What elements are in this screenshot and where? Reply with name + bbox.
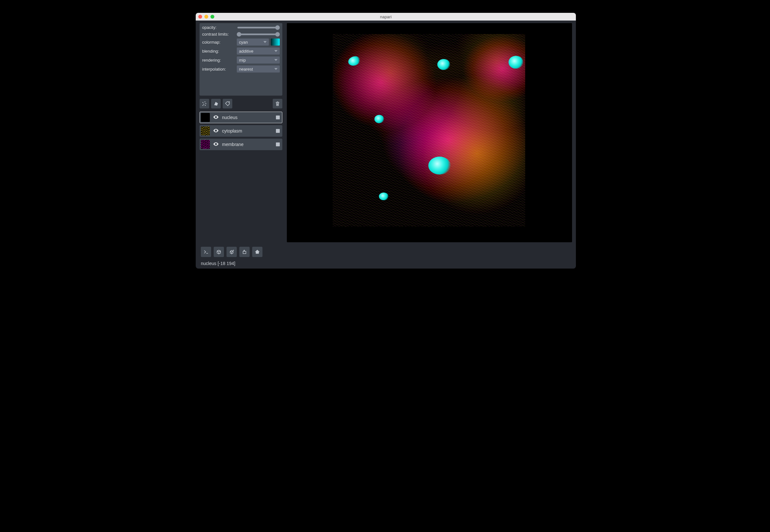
rendering-label: rendering: bbox=[202, 58, 237, 63]
opacity-slider[interactable] bbox=[237, 25, 280, 30]
delete-layer-button[interactable] bbox=[273, 99, 282, 108]
home-icon bbox=[254, 249, 260, 255]
new-shapes-button[interactable] bbox=[211, 99, 221, 108]
transpose-dims-button[interactable] bbox=[239, 247, 250, 257]
svg-point-0 bbox=[202, 102, 203, 103]
titlebar: napari bbox=[196, 13, 576, 21]
new-points-button[interactable] bbox=[200, 99, 209, 108]
svg-point-4 bbox=[202, 105, 203, 106]
chevron-down-icon bbox=[274, 50, 278, 52]
layer-item-nucleus[interactable]: nucleus bbox=[200, 112, 282, 123]
layer-item-cytoplasm[interactable]: cytoplasm bbox=[200, 125, 282, 137]
colormap-select[interactable]: cyan bbox=[237, 39, 269, 46]
polygon-icon bbox=[213, 101, 219, 107]
layer-name: cytoplasm bbox=[222, 128, 242, 133]
opacity-label: opacity: bbox=[202, 25, 237, 30]
visibility-toggle[interactable] bbox=[213, 115, 219, 120]
chevron-down-icon bbox=[274, 59, 278, 61]
svg-point-3 bbox=[205, 103, 206, 104]
transpose-icon bbox=[242, 249, 247, 255]
contrast-limits-slider[interactable] bbox=[237, 32, 280, 37]
interpolation-select[interactable]: nearest bbox=[237, 65, 280, 73]
layer-name: membrane bbox=[222, 142, 244, 147]
blending-label: blending: bbox=[202, 49, 237, 54]
interpolation-value: nearest bbox=[239, 67, 253, 72]
colormap-label: colormap: bbox=[202, 40, 237, 45]
layer-thumbnail bbox=[201, 113, 210, 122]
colormap-value: cyan bbox=[239, 40, 248, 45]
svg-point-1 bbox=[204, 101, 205, 102]
rendering-value: mip bbox=[239, 58, 246, 63]
svg-point-5 bbox=[205, 105, 206, 106]
svg-point-6 bbox=[228, 102, 229, 103]
status-bar: nucleus [-18 194] bbox=[200, 259, 572, 267]
app-window: napari opacity: contrast limits: bbox=[196, 13, 576, 269]
viewer-canvas[interactable] bbox=[287, 23, 572, 242]
side-panel: opacity: contrast limits: colormap: bbox=[200, 23, 282, 242]
layer-type-icon bbox=[276, 116, 280, 119]
visibility-toggle[interactable] bbox=[213, 128, 219, 134]
contrast-limits-label: contrast limits: bbox=[202, 32, 237, 37]
layer-tools bbox=[200, 99, 282, 108]
console-icon bbox=[203, 249, 209, 255]
new-labels-button[interactable] bbox=[223, 99, 232, 108]
blending-value: additive bbox=[239, 49, 253, 54]
cube-arrow-icon bbox=[229, 249, 235, 255]
trash-icon bbox=[275, 101, 280, 107]
blending-select[interactable]: additive bbox=[237, 47, 280, 55]
layer-list: nucleus cytoplasm bbox=[200, 112, 282, 150]
layer-type-icon bbox=[276, 142, 280, 146]
roll-dims-button[interactable] bbox=[227, 247, 237, 257]
points-icon bbox=[201, 101, 207, 107]
ndisplay-toggle-button[interactable] bbox=[214, 247, 224, 257]
rendering-select[interactable]: mip bbox=[237, 56, 280, 64]
reset-view-button[interactable] bbox=[252, 247, 262, 257]
interpolation-label: interpolation: bbox=[202, 67, 237, 72]
visibility-toggle[interactable] bbox=[213, 142, 219, 147]
layer-name: nucleus bbox=[222, 115, 237, 120]
console-button[interactable] bbox=[201, 247, 211, 257]
canvas-image bbox=[333, 34, 525, 227]
window-title: napari bbox=[196, 14, 576, 19]
layer-thumbnail bbox=[201, 140, 210, 149]
layer-controls: opacity: contrast limits: colormap: bbox=[200, 23, 282, 96]
svg-point-2 bbox=[203, 104, 204, 105]
cube-grid-icon bbox=[216, 249, 222, 255]
viewer-buttons bbox=[200, 244, 572, 257]
layer-type-icon bbox=[276, 129, 280, 133]
layer-thumbnail bbox=[201, 126, 210, 135]
colormap-swatch[interactable] bbox=[271, 39, 280, 46]
tag-icon bbox=[225, 101, 230, 107]
svg-rect-7 bbox=[243, 251, 246, 253]
chevron-down-icon bbox=[263, 41, 267, 43]
chevron-down-icon bbox=[274, 68, 278, 70]
layer-item-membrane[interactable]: membrane bbox=[200, 139, 282, 150]
